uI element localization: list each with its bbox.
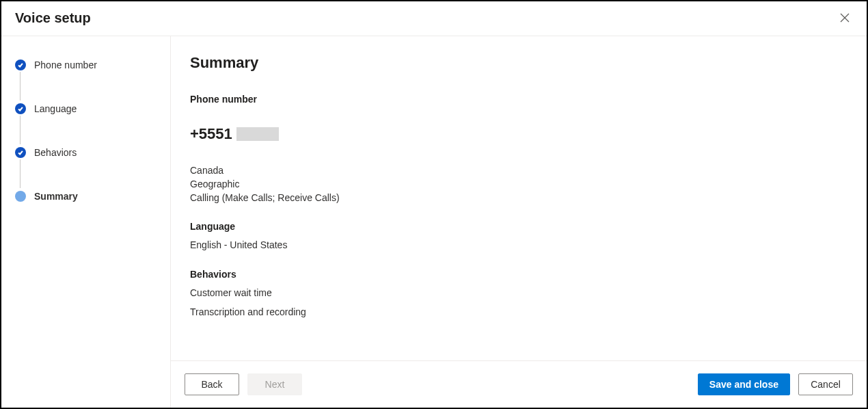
phone-number-value: +5551 [190, 125, 232, 143]
cancel-button[interactable]: Cancel [798, 373, 853, 395]
step-connector [20, 72, 21, 101]
step-label: Phone number [34, 60, 97, 70]
save-and-close-button[interactable]: Save and close [698, 373, 790, 395]
wizard-steps: Phone number Language Behaviors Summary [1, 36, 171, 408]
step-label: Summary [34, 191, 78, 202]
phone-number-row: +5551 [190, 125, 847, 143]
step-label: Behaviors [34, 147, 77, 158]
language-value: English - United States [190, 237, 847, 252]
dialog-title: Voice setup [15, 10, 91, 26]
check-icon [15, 103, 26, 114]
close-icon [839, 12, 850, 23]
phone-country: Canada [190, 163, 847, 177]
phone-type: Geographic [190, 177, 847, 191]
next-button: Next [247, 373, 302, 395]
summary-content: Summary Phone number +5551 Canada Geogra… [171, 36, 867, 360]
footer-left: Back Next [185, 373, 302, 395]
phone-number-label: Phone number [190, 94, 847, 105]
main-panel: Summary Phone number +5551 Canada Geogra… [171, 36, 867, 408]
footer-right: Save and close Cancel [698, 373, 853, 395]
back-button[interactable]: Back [185, 373, 239, 395]
dialog-footer: Back Next Save and close Cancel [171, 360, 867, 408]
behavior-item: Transcription and recording [190, 304, 847, 319]
behavior-item: Customer wait time [190, 285, 847, 300]
current-step-icon [15, 191, 26, 202]
dialog-header: Voice setup [1, 1, 867, 36]
step-behaviors[interactable]: Behaviors [15, 144, 170, 161]
step-summary[interactable]: Summary [15, 188, 170, 204]
phone-features: Calling (Make Calls; Receive Calls) [190, 191, 847, 204]
check-icon [15, 147, 26, 158]
check-icon [15, 60, 26, 70]
close-button[interactable] [837, 10, 853, 26]
step-connector [20, 116, 21, 144]
step-connector [20, 159, 21, 188]
language-label: Language [190, 221, 847, 232]
step-label: Language [34, 103, 77, 114]
redacted-digits [236, 127, 279, 141]
behaviors-label: Behaviors [190, 269, 847, 280]
step-language[interactable]: Language [15, 101, 170, 117]
step-phone-number[interactable]: Phone number [15, 57, 170, 73]
dialog-body: Phone number Language Behaviors Summary … [1, 36, 867, 408]
page-title: Summary [190, 54, 847, 72]
